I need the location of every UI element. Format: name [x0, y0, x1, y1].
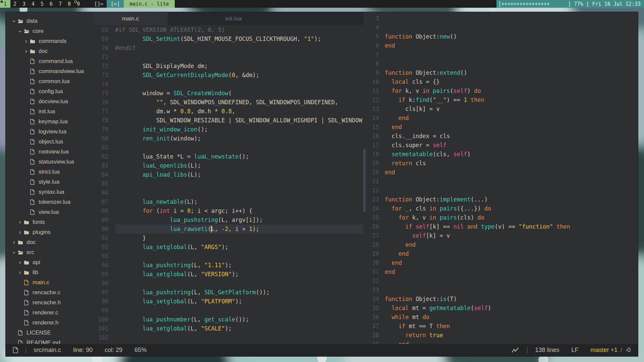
- code-line-18[interactable]: 18 setmetatable(cls, self): [366, 150, 638, 159]
- code-line-3[interactable]: 3: [366, 14, 638, 23]
- tree-file-object-lua[interactable]: object.lua: [6, 137, 63, 147]
- code-line-86[interactable]: 86: [93, 188, 363, 197]
- code-line-16[interactable]: 16 cls.__index = cls: [366, 132, 638, 141]
- code-line-17[interactable]: 17 cls.super = self: [366, 141, 638, 150]
- code-line-10[interactable]: 10 local cls = {}: [366, 77, 638, 86]
- code-line-95[interactable]: 95 lua_setglobal(L, "VERSION");: [93, 270, 363, 279]
- tree-file-license[interactable]: LICENSE: [6, 328, 51, 338]
- tree-file-commandview-lua[interactable]: commandview.lua: [6, 66, 84, 76]
- workspace-tag-2[interactable]: 2: [10, 0, 19, 8]
- code-line-6[interactable]: 6end: [366, 41, 638, 50]
- code-line-68[interactable]: 68#if SDL_VERSION_ATLEAST(2, 0, 5): [93, 25, 363, 35]
- code-line-75[interactable]: 75 window = SDL_CreateWindow(: [93, 89, 363, 98]
- code-line-20[interactable]: 20end: [366, 168, 638, 177]
- editor-scrollbar[interactable]: [363, 149, 366, 212]
- tree-file-init-lua[interactable]: init.lua: [6, 107, 55, 117]
- workspace-tag-8[interactable]: 8: [65, 0, 74, 8]
- code-line-84[interactable]: 84 api_load_libs(L);: [93, 170, 363, 179]
- code-line-99[interactable]: 99: [93, 306, 363, 315]
- code-line-77[interactable]: 77 dm.w * 0.8, dm.h * 0.8,: [93, 107, 363, 116]
- code-line-102[interactable]: 102: [93, 333, 363, 342]
- tree-file-rencache-h[interactable]: rencache.h: [6, 298, 61, 308]
- code-line-24[interactable]: 24 for _, cls in pairs({...}) do: [366, 204, 638, 213]
- tree-expander[interactable]: [18, 221, 24, 224]
- tree-folder-plugins[interactable]: plugins: [6, 227, 51, 237]
- code-line-39[interactable]: 39 end: [366, 340, 638, 344]
- code-line-36[interactable]: 36 while mt do: [366, 313, 638, 322]
- tree-expander[interactable]: [18, 271, 24, 275]
- code-line-81[interactable]: 81: [93, 143, 363, 152]
- tree-expander[interactable]: [12, 241, 18, 244]
- code-line-19[interactable]: 19 return cls: [366, 159, 638, 168]
- editor-pane-main-c[interactable]: 68#if SDL_VERSION_ATLEAST(2, 0, 5)69 SDL…: [93, 25, 363, 344]
- tree-file-renderer-h[interactable]: renderer.h: [6, 318, 59, 328]
- tree-file-command-lua[interactable]: command.lua: [6, 56, 73, 66]
- code-line-71[interactable]: 71: [93, 53, 363, 62]
- code-line-90[interactable]: 90 lua_rawseti(L, -2, i + 1);: [93, 225, 363, 234]
- workspace-tag-1[interactable]: 1: [0, 0, 10, 8]
- code-line-35[interactable]: 35 local mt = getmetatable(self): [366, 304, 638, 313]
- tree-file-rencache-c[interactable]: rencache.c: [6, 288, 60, 298]
- code-line-30[interactable]: 30 end: [366, 258, 638, 267]
- tree-folder-src[interactable]: src: [6, 247, 34, 257]
- layout-chip-icon[interactable]: [=]: [107, 0, 124, 8]
- workspace-tag-5[interactable]: 5: [38, 0, 47, 8]
- code-line-4[interactable]: 4: [366, 23, 638, 32]
- code-line-96[interactable]: 96: [93, 279, 363, 288]
- code-line-87[interactable]: 87 lua_newtable(L);: [93, 197, 363, 206]
- tree-file-config-lua[interactable]: config.lua: [6, 86, 63, 97]
- code-line-91[interactable]: 91 }: [93, 234, 363, 243]
- tree-file-common-lua[interactable]: common.lua: [6, 76, 70, 86]
- code-line-7[interactable]: 7: [366, 50, 638, 59]
- tree-folder-lib[interactable]: lib: [6, 267, 38, 278]
- code-line-33[interactable]: 33: [366, 286, 638, 295]
- tree-file-tokenizer-lua[interactable]: tokenizer.lua: [6, 197, 70, 207]
- tree-file-strict-lua[interactable]: strict.lua: [6, 167, 60, 177]
- code-line-12[interactable]: 12 if k:find("__") == 1 then: [366, 96, 638, 105]
- code-line-38[interactable]: 38 return true: [366, 331, 638, 340]
- code-line-8[interactable]: 8: [366, 59, 638, 68]
- code-line-97[interactable]: 97 lua_pushstring(L, SDL_GetPlatform());: [93, 288, 363, 297]
- code-line-89[interactable]: 89 lua_pushstring(L, argv[i]);: [93, 216, 363, 225]
- code-line-9[interactable]: 9function Object:extend(): [366, 68, 638, 77]
- code-line-76[interactable]: 76 "", SDL_WINDOWPOS_UNDEFINED, SDL_WIND…: [93, 98, 363, 107]
- tree-folder-data[interactable]: data: [6, 16, 38, 26]
- code-line-69[interactable]: 69 SDL_SetHint(SDL_HINT_MOUSE_FOCUS_CLIC…: [93, 35, 363, 44]
- code-line-34[interactable]: 34function Object:is(T): [366, 295, 638, 304]
- code-line-21[interactable]: 21: [366, 177, 638, 186]
- tree-file-readme-md[interactable]: README.md: [6, 338, 60, 344]
- code-line-27[interactable]: 27 self[k] = v: [366, 231, 638, 240]
- tree-expander[interactable]: [12, 19, 18, 23]
- code-line-25[interactable]: 25 for k, v in pairs(cls) do: [366, 213, 638, 222]
- code-line-11[interactable]: 11 for k, v in pairs(self) do: [366, 86, 638, 96]
- tree-file-main-c[interactable]: main.c: [6, 278, 49, 288]
- code-line-13[interactable]: 13 cls[k] = v: [366, 105, 638, 114]
- workspace-tag-7[interactable]: 7: [56, 0, 65, 8]
- workspace-tag-6[interactable]: 6: [47, 0, 56, 8]
- tree-file-view-lua[interactable]: view.lua: [6, 207, 59, 217]
- tree-expander[interactable]: [12, 251, 18, 254]
- tree-file-docview-lua[interactable]: docview.lua: [6, 97, 68, 107]
- code-line-101[interactable]: 101 lua_setglobal(L, "SCALE");: [93, 324, 363, 333]
- code-line-92[interactable]: 92 lua_setglobal(L, "ARGS");: [93, 243, 363, 252]
- tree-folder-api[interactable]: api: [6, 257, 40, 267]
- code-line-79[interactable]: 79 init_window_icon();: [93, 125, 363, 134]
- code-line-93[interactable]: 93: [93, 252, 363, 261]
- code-line-32[interactable]: 32: [366, 277, 638, 286]
- code-line-94[interactable]: 94 lua_pushstring(L, "1.11");: [93, 261, 363, 270]
- code-line-88[interactable]: 88 for (int i = 0; i < argc; i++) {: [93, 206, 363, 216]
- code-line-73[interactable]: 73 SDL_GetCurrentDisplayMode(0, &dm);: [93, 71, 363, 80]
- code-line-29[interactable]: 29 end: [366, 249, 638, 258]
- tree-folder-fonts[interactable]: fonts: [6, 217, 45, 227]
- code-line-74[interactable]: 74: [93, 80, 363, 89]
- tree-file-syntax-lua[interactable]: syntax.lua: [6, 187, 64, 197]
- tab-main-c[interactable]: main.c: [93, 12, 168, 25]
- tree-expander[interactable]: [24, 50, 30, 53]
- tree-file-keymap-lua[interactable]: keymap.lua: [6, 117, 68, 127]
- tree-expander[interactable]: [18, 261, 24, 264]
- code-line-23[interactable]: 23function Object:implement(...): [366, 195, 638, 204]
- code-line-98[interactable]: 98 lua_setglobal(L, "PLATFORM");: [93, 297, 363, 306]
- code-line-15[interactable]: 15 end: [366, 123, 638, 132]
- tree-folder-doc[interactable]: doc: [6, 237, 36, 247]
- code-line-100[interactable]: 100 lua_pushnumber(L, get_scale());: [93, 315, 363, 324]
